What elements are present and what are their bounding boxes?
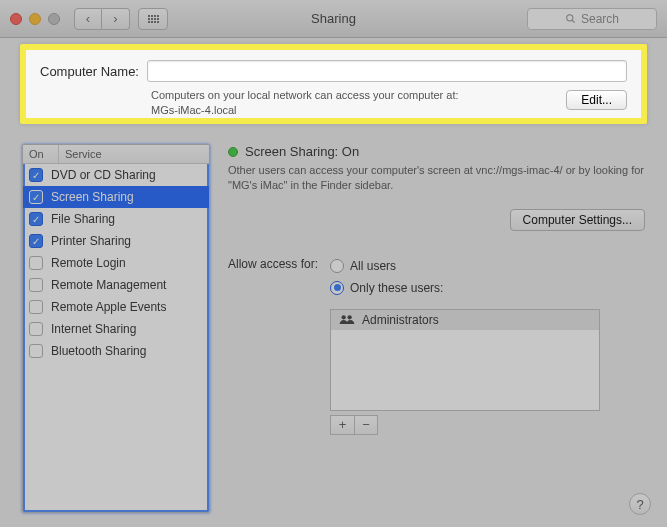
- add-user-button[interactable]: +: [330, 415, 354, 435]
- back-button[interactable]: ‹: [74, 8, 102, 30]
- computer-name-input[interactable]: [147, 60, 627, 82]
- sidebar-header: On Service: [23, 145, 209, 164]
- window-controls: [10, 13, 60, 25]
- access-label: Allow access for:: [228, 257, 318, 271]
- service-label: Bluetooth Sharing: [51, 344, 146, 358]
- service-label: Screen Sharing: [51, 190, 134, 204]
- status-description: Other users can access your computer's s…: [228, 163, 645, 193]
- service-row[interactable]: Remote Apple Events: [23, 296, 209, 318]
- search-placeholder: Search: [581, 12, 619, 26]
- computer-name-label: Computer Name:: [40, 64, 139, 79]
- detail-pane: Screen Sharing: On Other users can acces…: [228, 144, 645, 513]
- service-list[interactable]: ✓DVD or CD Sharing✓Screen Sharing✓File S…: [23, 164, 209, 512]
- service-checkbox[interactable]: [29, 344, 43, 358]
- status-indicator-icon: [228, 147, 238, 157]
- column-on: On: [23, 145, 59, 163]
- computer-name-help: Computers on your local network can acce…: [151, 88, 627, 118]
- zoom-icon[interactable]: [48, 13, 60, 25]
- minimize-icon[interactable]: [29, 13, 41, 25]
- nav-buttons: ‹ ›: [74, 8, 130, 30]
- status-title: Screen Sharing: On: [245, 144, 359, 159]
- radio-icon: [330, 259, 344, 273]
- service-row[interactable]: ✓Screen Sharing: [23, 186, 209, 208]
- service-checkbox[interactable]: ✓: [29, 190, 43, 204]
- add-remove-buttons: + −: [330, 415, 600, 435]
- status-row: Screen Sharing: On: [228, 144, 645, 159]
- close-icon[interactable]: [10, 13, 22, 25]
- remove-user-button[interactable]: −: [354, 415, 378, 435]
- service-row[interactable]: Bluetooth Sharing: [23, 340, 209, 362]
- service-label: DVD or CD Sharing: [51, 168, 156, 182]
- radio-all-users[interactable]: All users: [330, 259, 600, 273]
- service-checkbox[interactable]: [29, 278, 43, 292]
- service-row[interactable]: ✓DVD or CD Sharing: [23, 164, 209, 186]
- service-row[interactable]: Remote Login: [23, 252, 209, 274]
- titlebar: ‹ › Sharing Search: [0, 0, 667, 38]
- service-checkbox[interactable]: ✓: [29, 212, 43, 226]
- radio-only-users[interactable]: Only these users:: [330, 281, 600, 295]
- service-checkbox[interactable]: ✓: [29, 168, 43, 182]
- svg-point-2: [342, 315, 346, 319]
- service-checkbox[interactable]: ✓: [29, 234, 43, 248]
- service-label: Printer Sharing: [51, 234, 131, 248]
- sharing-preferences-window: ‹ › Sharing Search Computer Name:: [0, 0, 667, 527]
- service-checkbox[interactable]: [29, 322, 43, 336]
- service-checkbox[interactable]: [29, 256, 43, 270]
- user-row[interactable]: Administrators: [331, 310, 599, 330]
- show-all-button[interactable]: [138, 8, 168, 30]
- service-label: Remote Login: [51, 256, 126, 270]
- search-icon: [565, 13, 576, 24]
- computer-settings-button[interactable]: Computer Settings...: [510, 209, 645, 231]
- services-sidebar: On Service ✓DVD or CD Sharing✓Screen Sha…: [22, 144, 210, 513]
- content-area: On Service ✓DVD or CD Sharing✓Screen Sha…: [0, 130, 667, 527]
- service-row[interactable]: Remote Management: [23, 274, 209, 296]
- service-label: Internet Sharing: [51, 322, 136, 336]
- search-field[interactable]: Search: [527, 8, 657, 30]
- service-row[interactable]: ✓Printer Sharing: [23, 230, 209, 252]
- forward-button[interactable]: ›: [102, 8, 130, 30]
- service-checkbox[interactable]: [29, 300, 43, 314]
- service-label: File Sharing: [51, 212, 115, 226]
- users-list[interactable]: Administrators: [330, 309, 600, 411]
- user-label: Administrators: [362, 313, 439, 327]
- help-button[interactable]: ?: [629, 493, 651, 515]
- svg-line-1: [572, 20, 575, 23]
- column-service: Service: [59, 145, 209, 163]
- svg-point-3: [348, 315, 352, 319]
- users-icon: [339, 314, 355, 326]
- service-row[interactable]: ✓File Sharing: [23, 208, 209, 230]
- edit-hostname-button[interactable]: Edit...: [566, 90, 627, 110]
- grid-icon: [148, 15, 159, 23]
- access-section: Allow access for: All users Only these u…: [228, 257, 645, 435]
- service-label: Remote Apple Events: [51, 300, 166, 314]
- service-label: Remote Management: [51, 278, 166, 292]
- service-row[interactable]: Internet Sharing: [23, 318, 209, 340]
- svg-point-0: [567, 15, 573, 21]
- computer-name-section: Computer Name: Computers on your local n…: [20, 44, 647, 124]
- radio-icon: [330, 281, 344, 295]
